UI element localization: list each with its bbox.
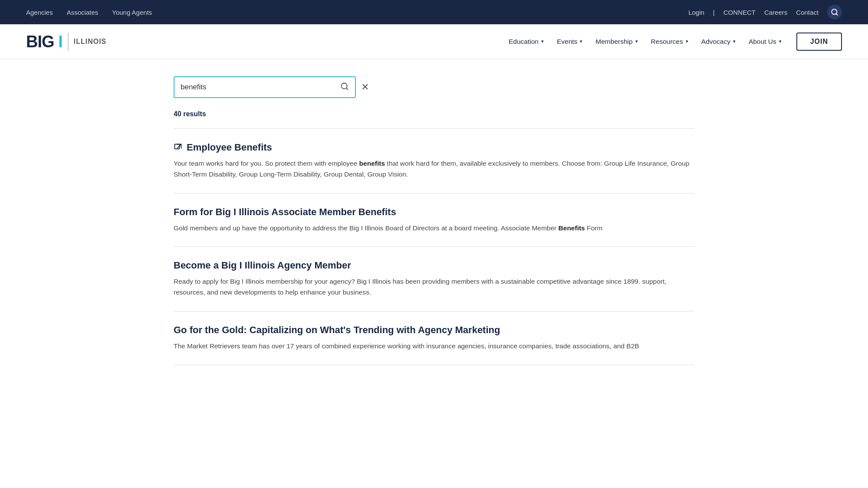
nav-divider: | xyxy=(713,9,715,16)
svg-line-3 xyxy=(346,88,348,89)
results-count: 40 results xyxy=(174,110,694,118)
result-title-text: Go for the Gold: Capitalizing on What's … xyxy=(174,324,500,336)
logo-text: BIG I xyxy=(26,33,62,50)
nav-events-label: Events xyxy=(557,38,577,46)
nav-education-label: Education xyxy=(509,38,539,46)
result-title-text: Become a Big I Illinois Agency Member xyxy=(174,260,351,271)
logo-divider xyxy=(68,33,69,51)
nav-advocacy-label: Advocacy xyxy=(701,38,730,46)
nav-resources[interactable]: Resources ▾ xyxy=(646,34,694,49)
nav-login[interactable]: Login xyxy=(688,9,704,16)
result-item: Go for the Gold: Capitalizing on What's … xyxy=(174,311,694,365)
logo-big: BIG xyxy=(26,33,58,51)
top-bar: Agencies Associates Young Agents Login |… xyxy=(0,0,868,24)
nav-membership[interactable]: Membership ▾ xyxy=(590,34,643,49)
result-description: Gold members and up have the opportunity… xyxy=(174,223,694,234)
chevron-down-icon: ▾ xyxy=(541,39,544,44)
content-area: ✕ 40 results Employee Benefits Your team… xyxy=(148,59,720,383)
logo-i: I xyxy=(58,33,62,51)
search-input-container xyxy=(174,76,356,98)
result-description: Your team works hard for you. So protect… xyxy=(174,158,694,180)
result-description: Ready to apply for Big I Illinois member… xyxy=(174,276,694,298)
nav-connect[interactable]: CONNECT xyxy=(723,9,756,16)
svg-line-1 xyxy=(836,13,837,15)
chevron-down-icon: ▾ xyxy=(779,39,782,44)
nav-events[interactable]: Events ▾ xyxy=(552,34,588,49)
chevron-down-icon: ▾ xyxy=(733,39,736,44)
nav-associates[interactable]: Associates xyxy=(67,9,99,16)
search-icon xyxy=(340,82,349,93)
clear-search-button[interactable]: ✕ xyxy=(361,82,369,92)
result-item: Form for Big I Illinois Associate Member… xyxy=(174,193,694,247)
external-link-icon xyxy=(174,143,182,152)
chevron-down-icon: ▾ xyxy=(580,39,582,44)
result-title-text: Form for Big I Illinois Associate Member… xyxy=(174,206,396,218)
result-title-agency-member[interactable]: Become a Big I Illinois Agency Member xyxy=(174,260,694,271)
join-button[interactable]: JOIN xyxy=(796,33,842,51)
main-nav: BIG I ILLINOIS Education ▾ Events ▾ Memb… xyxy=(0,24,868,59)
search-icon xyxy=(831,8,838,16)
result-title-associate-benefits[interactable]: Form for Big I Illinois Associate Member… xyxy=(174,206,694,218)
top-search-button[interactable] xyxy=(827,5,842,20)
nav-young-agents[interactable]: Young Agents xyxy=(112,9,152,16)
logo-illinois: ILLINOIS xyxy=(74,38,107,46)
nav-about-us-label: About Us xyxy=(749,38,776,46)
result-item: Employee Benefits Your team works hard f… xyxy=(174,128,694,193)
nav-membership-label: Membership xyxy=(595,38,632,46)
chevron-down-icon: ▾ xyxy=(686,39,688,44)
result-description: The Market Retrievers team has over 17 y… xyxy=(174,341,694,352)
nav-advocacy[interactable]: Advocacy ▾ xyxy=(696,34,741,49)
nav-education[interactable]: Education ▾ xyxy=(503,34,549,49)
nav-contact[interactable]: Contact xyxy=(796,9,819,16)
nav-careers[interactable]: Careers xyxy=(764,9,787,16)
result-item: Become a Big I Illinois Agency Member Re… xyxy=(174,246,694,311)
nav-resources-label: Resources xyxy=(651,38,683,46)
chevron-down-icon: ▾ xyxy=(635,39,638,44)
top-bar-left-links: Agencies Associates Young Agents xyxy=(26,9,152,16)
result-title-go-for-gold[interactable]: Go for the Gold: Capitalizing on What's … xyxy=(174,324,694,336)
result-title-text: Employee Benefits xyxy=(187,142,272,153)
main-nav-links: Education ▾ Events ▾ Membership ▾ Resour… xyxy=(503,33,842,51)
nav-about-us[interactable]: About Us ▾ xyxy=(743,34,787,49)
result-title-employee-benefits[interactable]: Employee Benefits xyxy=(174,142,694,153)
nav-agencies[interactable]: Agencies xyxy=(26,9,53,16)
search-box-wrapper: ✕ xyxy=(174,76,694,98)
logo[interactable]: BIG I ILLINOIS xyxy=(26,33,106,51)
top-bar-right-links: Login | CONNECT Careers Contact xyxy=(688,5,842,20)
search-input[interactable] xyxy=(181,83,340,92)
